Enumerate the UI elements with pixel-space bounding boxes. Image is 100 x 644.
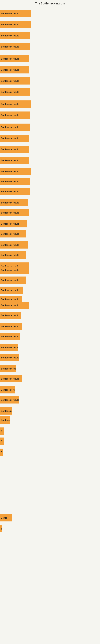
bar-item: Bottleneck result — [0, 55, 29, 62]
bar-item: Bottleneck result — [0, 333, 20, 340]
header: TheBottlenecker.com — [0, 0, 100, 6]
bar-item: B — [0, 428, 3, 435]
bar-item: Bottleneck result — [0, 251, 26, 258]
bar-item: Bottleneck result — [0, 112, 30, 119]
bar-item: B — [0, 525, 2, 532]
bar-item: Bottleneck result — [0, 209, 29, 216]
bar-item: Bottleneck result — [0, 220, 27, 228]
bar-item: Bottleneck result — [0, 323, 22, 330]
bar-item: Bottleneck result — [0, 365, 16, 372]
bar-item: Bottleneck result — [0, 66, 29, 74]
site-title: TheBottlenecker.com — [0, 0, 100, 6]
bar-item: Bottleneck result — [0, 416, 10, 424]
bar-item: B — [0, 438, 4, 445]
bar-item: Bottleneck result — [0, 32, 30, 39]
bar-item: Bottleneck result — [0, 375, 22, 382]
bar-item: Bottleneck result — [0, 124, 30, 131]
bar-item: Bottleneck result — [0, 396, 19, 404]
bar-item: Bottleneck result — [0, 286, 23, 294]
bar-item: Bottleneck result — [0, 188, 30, 195]
bar-item: Bottleneck result — [0, 21, 31, 28]
bar-item: Bottleneck result — [0, 100, 31, 108]
bar-item: Bottleneck result — [0, 276, 26, 284]
bar-item: Bottleneck result — [0, 344, 18, 351]
bar-item: Bottleneck result — [0, 146, 29, 153]
bar-item: Bottle — [0, 514, 12, 522]
bar-item: Bottleneck result — [0, 407, 12, 414]
chart-area: Bottleneck resultBottleneck resultBottle… — [0, 6, 100, 642]
bar-item: Bottleneck result — [0, 43, 30, 50]
bar-item: Bottleneck result — [0, 312, 21, 319]
bar-item: Bottleneck result — [0, 266, 29, 274]
bar-item: Bottleneck result — [0, 354, 19, 361]
bar-item: Bottleneck result — [0, 168, 31, 175]
bar-item: Bottleneck result — [0, 88, 30, 96]
bar-item: Bottleneck result — [0, 302, 29, 309]
bar-item: Bottleneck result — [0, 241, 28, 248]
bar-item: Bottleneck result — [0, 157, 29, 164]
bar-item: Bottleneck result — [0, 178, 30, 185]
bar-item: Bottleneck result — [0, 135, 29, 142]
bar-item: Bottleneck result — [0, 77, 30, 84]
bar-item: Bottleneck result — [0, 230, 26, 238]
bar-item: B — [0, 448, 3, 456]
bar-item: Bottleneck result — [0, 10, 31, 17]
bar-item: Bottleneck result — [0, 386, 15, 394]
bar-item: Bottleneck result — [0, 199, 28, 206]
